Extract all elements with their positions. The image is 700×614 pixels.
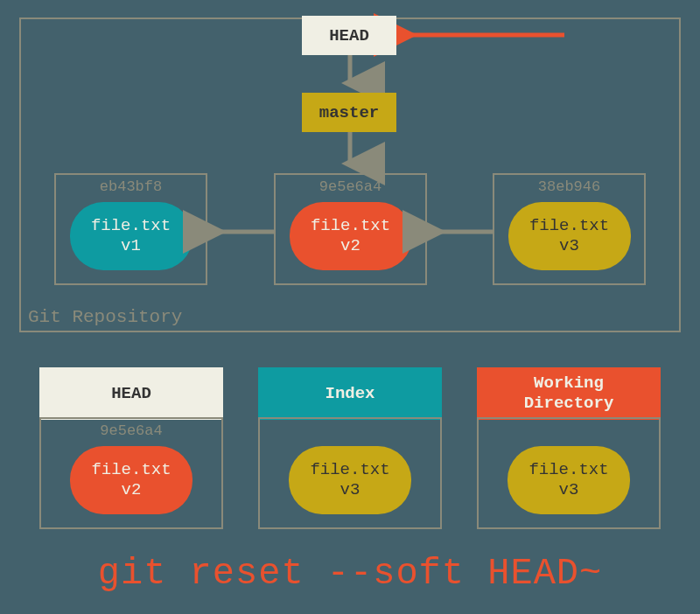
index-area-version: v3 — [340, 480, 360, 500]
master-branch-box: master — [302, 93, 396, 132]
commit-file-2: file.txt — [311, 216, 390, 236]
commit-hash-2: 9e5e6a4 — [276, 175, 425, 195]
index-area-spacer — [260, 419, 440, 439]
commit-hash-1: eb43bf8 — [56, 175, 206, 195]
commit-box-3: 38eb946 file.txt v3 — [493, 173, 646, 285]
wd-area-box: file.txt v3 — [477, 417, 661, 529]
commit-file-pill-2: file.txt v2 — [290, 202, 412, 270]
index-area-file: file.txt — [310, 460, 389, 480]
commit-box-1: eb43bf8 file.txt v1 — [54, 173, 207, 285]
head-area-version: v2 — [122, 480, 142, 500]
head-ref-label: HEAD — [329, 26, 369, 45]
master-branch-label: master — [319, 103, 379, 122]
index-area-pill: file.txt v3 — [289, 446, 411, 514]
head-to-master-arrow — [341, 55, 359, 94]
commit-file-1: file.txt — [91, 216, 171, 236]
commit-box-2: 9e5e6a4 file.txt v2 — [274, 173, 427, 285]
git-repository-label: Git Repository — [28, 307, 182, 327]
index-area-box: file.txt v3 — [258, 417, 442, 529]
git-command: git reset --soft HEAD~ — [0, 553, 700, 595]
commit3-to-commit2-arrow — [427, 223, 494, 241]
commit-hash-3: 38eb946 — [494, 175, 644, 195]
wd-area-label: Working Directory — [524, 373, 614, 414]
commit-file-pill-1: file.txt v1 — [70, 202, 192, 270]
head-area-header: HEAD — [39, 367, 223, 420]
index-area-header: Index — [258, 367, 442, 420]
wd-area-version: v3 — [559, 480, 579, 500]
commit-file-pill-3: file.txt v3 — [508, 202, 631, 270]
head-area-label: HEAD — [111, 384, 151, 403]
head-area-box: 9e5e6a4 file.txt v2 — [39, 417, 223, 529]
wd-area-pill: file.txt v3 — [508, 446, 630, 514]
head-area-file: file.txt — [91, 460, 171, 480]
head-area-hash: 9e5e6a4 — [41, 419, 221, 439]
commit-file-3: file.txt — [529, 216, 609, 236]
commit-version-2: v2 — [340, 236, 360, 256]
head-ref-box: HEAD — [302, 16, 396, 55]
master-to-commit-arrow — [341, 132, 359, 174]
commit-version-3: v3 — [559, 236, 579, 256]
wd-area-header: Working Directory — [477, 367, 661, 420]
head-pointer-arrow — [398, 26, 573, 47]
head-area-pill: file.txt v2 — [70, 446, 192, 514]
commit2-to-commit1-arrow — [207, 223, 274, 241]
wd-area-spacer — [479, 419, 659, 439]
commit-version-1: v1 — [121, 236, 141, 256]
wd-area-file: file.txt — [528, 460, 608, 480]
index-area-label: Index — [325, 384, 374, 403]
